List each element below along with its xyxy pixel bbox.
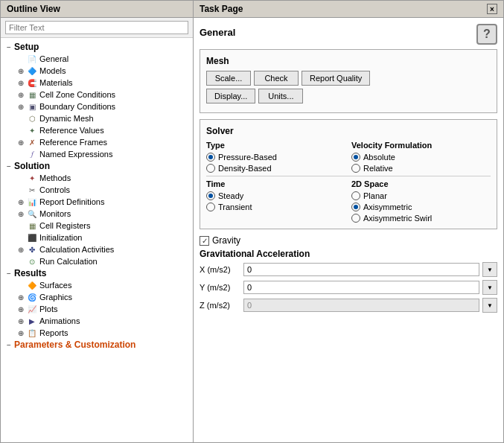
label-pressure-based: Pressure-Based [218, 153, 277, 162]
outline-panel: Outline View − Setup 📄 General ⊕ 🔷 Model… [0, 0, 194, 443]
boundary-icon: ▣ [26, 101, 38, 112]
named-icon: 𝑓 [26, 149, 38, 159]
label-axisymmetric-swirl: Axisymmetric Swirl [363, 214, 432, 223]
tree-item-models[interactable]: ⊕ 🔷 Models [1, 65, 193, 77]
expand-icon-monitors: ⊕ [16, 208, 26, 219]
expand-icon-general [16, 54, 26, 64]
expand-icon-animations: ⊕ [16, 316, 26, 326]
radio-pressure-based[interactable]: Pressure-Based [206, 153, 345, 162]
radio-relative[interactable]: Relative [351, 164, 491, 173]
expand-icon-ref-values [16, 125, 26, 136]
tree-item-calc[interactable]: ⊕ ✤ Calculation Activities [1, 243, 193, 255]
tree-item-dynamic-mesh[interactable]: ⬡ Dynamic Mesh [1, 112, 193, 124]
accel-y-dropdown[interactable]: ▼ [482, 280, 497, 295]
radio-absolute[interactable]: Absolute [351, 153, 491, 162]
radio-density-based[interactable]: Density-Based [206, 164, 345, 173]
controls-icon: ✂ [26, 185, 38, 195]
label-transient: Transient [218, 203, 252, 211]
accel-z-dropdown[interactable]: ▼ [482, 298, 497, 313]
accel-x-dropdown[interactable]: ▼ [482, 262, 497, 277]
tree-section-results[interactable]: − Results [1, 267, 193, 279]
time-title: Time [206, 179, 345, 188]
item-label-animations: Animations [39, 316, 80, 325]
dynamic-icon: ⬡ [26, 113, 38, 124]
radio-transient[interactable]: Transient [206, 203, 345, 211]
tree-item-cell-zone[interactable]: ⊕ ▦ Cell Zone Conditions [1, 89, 193, 101]
accel-x-input[interactable] [243, 263, 479, 276]
radio-circle-density [206, 164, 215, 173]
radio-circle-absolute [351, 153, 360, 162]
item-label-ref-values: Reference Values [39, 126, 104, 135]
task-panel-title: Task Page [200, 4, 243, 14]
section-label-params: Parameters & Customization [14, 340, 135, 350]
radio-steady[interactable]: Steady [206, 191, 345, 200]
tree-item-run[interactable]: ⊙ Run Calculation [1, 255, 193, 267]
task-close-button[interactable]: × [487, 4, 497, 14]
tree-item-registers[interactable]: ▦ Cell Registers [1, 220, 193, 232]
tree-item-graphics[interactable]: ⊕ 🌀 Graphics [1, 291, 193, 303]
tree-item-methods[interactable]: ✦ Methods [1, 172, 193, 184]
gravity-checkbox[interactable] [200, 236, 209, 246]
item-label-report-def: Report Definitions [39, 197, 104, 206]
check-button[interactable]: Check [254, 71, 299, 86]
solver-grid: Type Pressure-Based Density-Based [206, 141, 491, 173]
radio-circle-transient [206, 203, 215, 211]
tree-section-setup[interactable]: − Setup [1, 41, 193, 53]
item-label-graphics: Graphics [39, 293, 72, 302]
filter-input[interactable] [5, 21, 188, 34]
radio-axisymmetric[interactable]: Axisymmetric [351, 203, 491, 211]
tree-item-controls[interactable]: ✂ Controls [1, 184, 193, 196]
solver-title: Solver [206, 126, 491, 136]
display-button[interactable]: Display... [206, 89, 255, 103]
tree-item-reports[interactable]: ⊕ 📋 Reports [1, 327, 193, 339]
item-label-calc: Calculation Activities [39, 245, 114, 254]
tree-item-materials[interactable]: ⊕ 🧲 Materials [1, 77, 193, 89]
radio-planar[interactable]: Planar [351, 191, 491, 200]
registers-icon: ▦ [26, 220, 38, 231]
ref-values-icon: ✦ [26, 125, 38, 136]
expand-icon-params: − [4, 340, 14, 350]
page-title: General [200, 27, 235, 38]
tree-item-ref-frames[interactable]: ⊕ ✗ Reference Frames [1, 136, 193, 148]
item-label-cell-zone: Cell Zone Conditions [39, 90, 115, 99]
expand-icon-boundary: ⊕ [16, 101, 26, 112]
tree-section-params[interactable]: − Parameters & Customization [1, 339, 193, 351]
tree-item-boundary[interactable]: ⊕ ▣ Boundary Conditions [1, 101, 193, 112]
accel-x-row: X (m/s2) ▼ [200, 262, 497, 277]
report-quality-button[interactable]: Report Quality [302, 71, 370, 86]
expand-icon-report-def: ⊕ [16, 197, 26, 207]
time-col: Time Steady Transient [206, 179, 345, 223]
tree-item-monitors[interactable]: ⊕ 🔍 Monitors [1, 208, 193, 220]
expand-icon-results: − [4, 268, 14, 278]
tree-item-general[interactable]: 📄 General [1, 53, 193, 65]
time-radio-group: Steady Transient [206, 191, 345, 211]
radio-axisymmetric-swirl[interactable]: Axisymmetric Swirl [351, 214, 491, 223]
accel-y-input[interactable] [243, 281, 479, 294]
tree-item-surfaces[interactable]: 🔶 Surfaces [1, 279, 193, 291]
scale-button[interactable]: Scale... [206, 71, 251, 86]
item-label-methods: Methods [39, 173, 71, 182]
radio-circle-relative [351, 164, 360, 173]
outline-panel-title: Outline View [1, 1, 193, 18]
accel-z-label: Z (m/s2) [200, 301, 240, 310]
section-label-results: Results [14, 268, 46, 278]
space-2d-radio-group: Planar Axisymmetric Axisymmetric Swirl [351, 191, 491, 223]
section-label-setup: Setup [14, 42, 39, 52]
item-label-init: Initialization [39, 233, 82, 242]
tree-item-report-def[interactable]: ⊕ 📊 Report Definitions [1, 196, 193, 208]
expand-icon-registers [16, 220, 26, 231]
tree-item-animations[interactable]: ⊕ ▶ Animations [1, 315, 193, 327]
cell-zone-icon: ▦ [26, 89, 38, 100]
tree-section-solution[interactable]: − Solution [1, 160, 193, 172]
expand-icon-methods [16, 173, 26, 183]
help-button[interactable]: ? [476, 24, 497, 45]
expand-icon-dynamic [16, 113, 26, 124]
accel-z-row: Z (m/s2) ▼ [200, 298, 497, 313]
tree-item-init[interactable]: ⬛ Initialization [1, 232, 193, 243]
velocity-col: Velocity Formulation Absolute Relative [351, 141, 491, 173]
tree-item-named-expr[interactable]: 𝑓 Named Expressions [1, 148, 193, 160]
tree-item-plots[interactable]: ⊕ 📈 Plots [1, 303, 193, 315]
units-button[interactable]: Units... [258, 89, 303, 103]
tree-item-ref-values[interactable]: ✦ Reference Values [1, 124, 193, 136]
item-label-named: Named Expressions [39, 150, 112, 159]
